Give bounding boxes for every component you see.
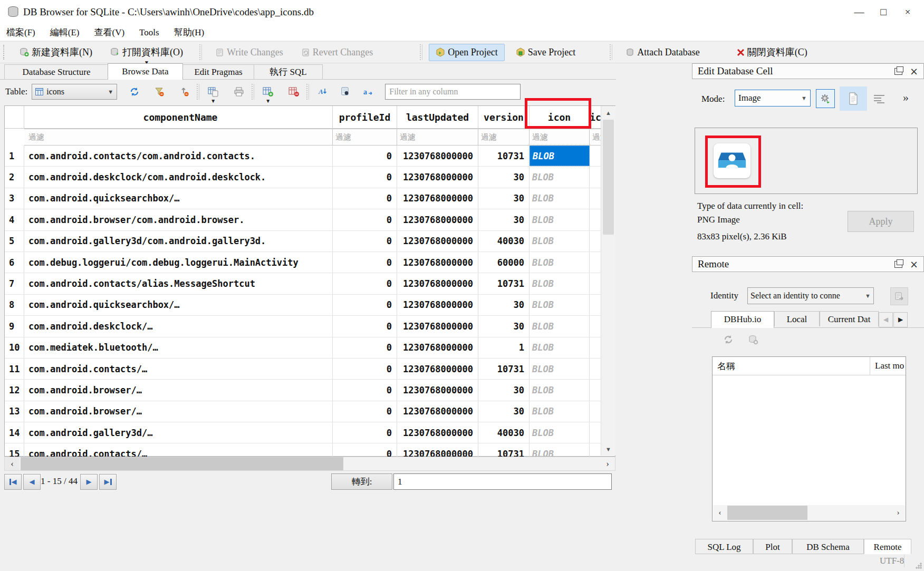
apply-button[interactable]: Apply xyxy=(848,211,914,232)
profile-id-cell[interactable]: 0 xyxy=(333,252,397,273)
last-updated-cell[interactable]: 1230768000000 xyxy=(397,231,478,251)
profile-id-cell[interactable]: 0 xyxy=(333,188,397,209)
sort-az-icon-button[interactable]: A xyxy=(315,84,331,100)
profile-id-cell[interactable]: 0 xyxy=(333,401,397,422)
icon-cell[interactable]: BLOB xyxy=(530,146,590,166)
mode-select[interactable]: Image ▼ xyxy=(735,90,811,107)
previous-page-button[interactable]: ◀ xyxy=(23,474,41,490)
scroll-right-icon[interactable]: › xyxy=(600,457,615,470)
profile-id-cell[interactable]: 0 xyxy=(333,316,397,336)
filter-profileId[interactable]: 過濾 xyxy=(333,129,397,146)
partial-cell[interactable] xyxy=(590,231,601,251)
icon-cell[interactable]: BLOB xyxy=(530,401,590,422)
remote-horizontal-scrollbar[interactable]: ‹ › xyxy=(713,505,905,520)
component-name-cell[interactable]: com.android.contacts/… xyxy=(24,359,333,379)
remote-tab-dbhub[interactable]: DBHub.io xyxy=(711,311,774,328)
profile-id-cell[interactable]: 0 xyxy=(333,209,397,230)
table-select[interactable]: icons ▼ xyxy=(32,84,117,100)
close-button[interactable]: × xyxy=(896,3,920,21)
component-name-cell[interactable]: com.android.contacts/com.android.contact… xyxy=(24,146,333,166)
profile-id-cell[interactable]: 0 xyxy=(333,146,397,166)
close-database-button[interactable]: 關閉資料庫(C) xyxy=(730,43,814,62)
clear-sort-button[interactable] xyxy=(176,84,192,100)
more-tools-icon[interactable]: » xyxy=(903,91,909,104)
find-record-button[interactable] xyxy=(338,84,353,100)
maximize-button[interactable]: □ xyxy=(871,3,896,21)
icon-cell[interactable]: BLOB xyxy=(530,422,590,443)
scroll-right-icon[interactable]: › xyxy=(891,508,905,517)
component-name-cell[interactable]: com.android.browser/… xyxy=(24,401,333,422)
row-number-cell[interactable]: 10 xyxy=(5,337,24,358)
scroll-left-icon[interactable]: ‹ xyxy=(5,457,20,470)
menu-view[interactable]: 查看(V) xyxy=(94,26,125,38)
component-name-cell[interactable]: com.android.browser/… xyxy=(24,380,333,400)
partial-cell[interactable] xyxy=(590,295,601,315)
close-panel-icon[interactable]: × xyxy=(910,65,918,77)
component-name-cell[interactable]: com.android.deskclock/… xyxy=(24,316,333,336)
delete-record-button[interactable] xyxy=(286,84,302,100)
filter-icon[interactable]: 過濾 xyxy=(530,129,590,146)
revert-changes-button[interactable]: Revert Changes xyxy=(294,44,380,61)
version-cell[interactable]: 10731 xyxy=(478,359,530,379)
component-name-cell[interactable]: com.android.browser/com.android.browser. xyxy=(24,209,333,230)
menu-file[interactable]: 檔案(F) xyxy=(6,26,35,38)
row-number-cell[interactable]: 3 xyxy=(5,188,24,209)
filter-lastUpdated[interactable]: 過濾 xyxy=(397,129,478,146)
icon-cell[interactable]: BLOB xyxy=(530,252,590,273)
version-cell[interactable]: 30 xyxy=(478,316,530,336)
last-updated-cell[interactable]: 1230768000000 xyxy=(397,295,478,315)
profile-id-cell[interactable]: 0 xyxy=(333,337,397,358)
header-profileId[interactable]: profileId xyxy=(333,106,397,128)
dock-tab-remote[interactable]: Remote xyxy=(864,539,911,554)
partial-cell[interactable] xyxy=(590,146,601,166)
icon-cell[interactable]: BLOB xyxy=(530,359,590,379)
identity-select[interactable]: Select an identity to conne ▼ xyxy=(747,287,874,304)
version-cell[interactable]: 30 xyxy=(478,167,530,187)
version-cell[interactable]: 40030 xyxy=(478,231,530,251)
version-cell[interactable]: 30 xyxy=(478,380,530,400)
remote-header-last-modified[interactable]: Last mo xyxy=(870,357,906,375)
header-componentName[interactable]: componentName xyxy=(24,106,333,128)
minimize-button[interactable]: — xyxy=(847,3,871,21)
scroll-up-icon[interactable]: ▲ xyxy=(601,106,615,119)
goto-button[interactable]: 轉到: xyxy=(331,473,392,490)
partial-cell[interactable] xyxy=(590,380,601,400)
partial-cell[interactable] xyxy=(590,188,601,209)
new-database-button[interactable]: 新建資料庫(N) xyxy=(13,43,99,62)
row-number-cell[interactable]: 6 xyxy=(5,252,24,273)
row-number-cell[interactable]: 8 xyxy=(5,295,24,315)
icon-cell[interactable]: BLOB xyxy=(530,316,590,336)
profile-id-cell[interactable]: 0 xyxy=(333,359,397,379)
icon-cell[interactable]: BLOB xyxy=(530,209,590,230)
partial-cell[interactable] xyxy=(590,252,601,273)
remote-clone-database-icon[interactable] xyxy=(748,334,758,345)
partial-cell[interactable] xyxy=(590,167,601,187)
row-number-cell[interactable]: 13 xyxy=(5,401,24,422)
encoding-indicator[interactable]: UTF-8 xyxy=(880,556,904,566)
row-number-cell[interactable]: 11 xyxy=(5,359,24,379)
format-button[interactable]: a xyxy=(360,84,376,100)
version-cell[interactable]: 1 xyxy=(478,337,530,358)
menu-tools[interactable]: Tools xyxy=(139,27,159,38)
partial-cell[interactable] xyxy=(590,401,601,422)
filter-version[interactable]: 過濾 xyxy=(478,129,530,146)
next-page-button[interactable]: ▶ xyxy=(80,474,98,490)
clear-filters-button[interactable] xyxy=(151,84,167,100)
partial-cell[interactable] xyxy=(590,273,601,294)
tab-browse-data[interactable]: Browse Data xyxy=(108,63,183,80)
last-updated-cell[interactable]: 1230768000000 xyxy=(397,359,478,379)
first-page-button[interactable]: ◀ xyxy=(4,474,22,490)
print-button[interactable] xyxy=(231,84,247,100)
grid-vertical-scrollbar[interactable]: ▲ ▼ xyxy=(601,106,615,456)
partial-cell[interactable] xyxy=(590,316,601,336)
remote-refresh-icon[interactable] xyxy=(723,334,734,345)
profile-id-cell[interactable]: 0 xyxy=(333,422,397,443)
icon-cell[interactable]: BLOB xyxy=(530,273,590,294)
save-table-button[interactable]: ▼ xyxy=(205,84,221,100)
version-cell[interactable]: 30 xyxy=(478,295,530,315)
version-cell[interactable]: 10731 xyxy=(478,273,530,294)
version-cell[interactable]: 10731 xyxy=(478,146,530,166)
last-updated-cell[interactable]: 1230768000000 xyxy=(397,209,478,230)
remote-tab-local[interactable]: Local xyxy=(774,311,820,326)
icon-cell[interactable]: BLOB xyxy=(530,295,590,315)
